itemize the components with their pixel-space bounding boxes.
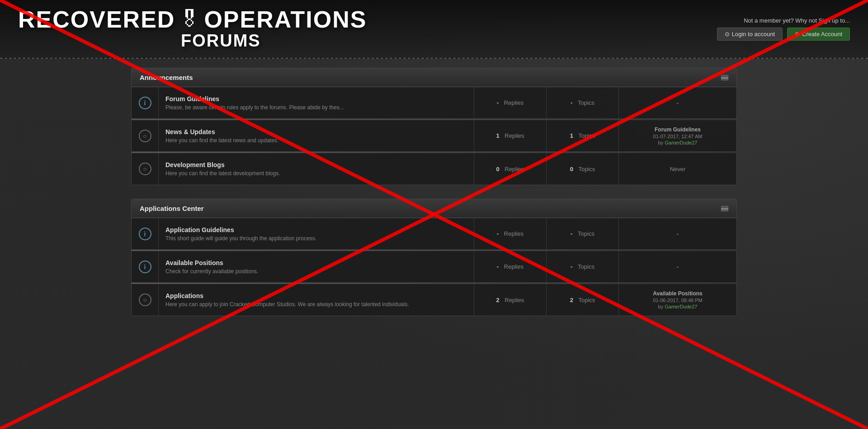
forum-name[interactable]: Forum Guidelines xyxy=(165,95,467,103)
forum-row: ○News & UpdatesHere you can find the lat… xyxy=(132,120,736,152)
login-button[interactable]: ⊙ Login to account xyxy=(717,28,783,41)
site-logo: Recovered 🎖 Operations Forums xyxy=(18,8,367,51)
last-post-title[interactable]: Available Positions xyxy=(653,290,703,297)
topics-stat: - Topics xyxy=(571,263,594,270)
last-post-dash: - xyxy=(676,230,679,238)
circle-icon: ○ xyxy=(139,130,151,142)
info-icon: i xyxy=(139,228,151,240)
topics-count: - xyxy=(571,263,572,270)
not-member-text: Not a member yet? Why not Sign up to... xyxy=(744,17,850,24)
logo-line1: Recovered xyxy=(18,8,175,31)
replies-label: Replies xyxy=(505,297,524,303)
forum-row: iApplication GuidelinesThis short guide … xyxy=(132,218,736,250)
logo-line2: Operations xyxy=(204,8,367,31)
topics-count: - xyxy=(571,99,572,106)
forum-icon-cell: ○ xyxy=(132,153,159,185)
auth-section: Not a member yet? Why not Sign up to... … xyxy=(717,17,850,41)
forum-row: ○Development BlogsHere you can find the … xyxy=(132,153,736,185)
info-icon: i xyxy=(139,97,151,109)
section-title-applications-center: Applications Center xyxy=(140,205,204,212)
section-header-announcements: Announcements— xyxy=(132,68,736,87)
replies-cell: - Replies xyxy=(474,251,547,282)
topics-cell: 0 Topics xyxy=(547,153,619,185)
forum-name[interactable]: Development Blogs xyxy=(165,161,467,168)
replies-count: - xyxy=(497,263,499,270)
replies-stat: 2 Replies xyxy=(496,297,524,303)
forum-description: Check for currently available positions. xyxy=(165,268,467,275)
forum-description: Here you can find the latest news and up… xyxy=(165,137,467,144)
logo-line3: Forums xyxy=(181,31,261,50)
replies-label: Replies xyxy=(504,230,524,237)
last-post-cell: Forum Guidelines01-07-2017, 12:47 AMby G… xyxy=(619,120,736,151)
collapse-button-applications-center[interactable]: — xyxy=(721,206,728,211)
forum-description: Here you can find the latest development… xyxy=(165,170,467,177)
site-header: Recovered 🎖 Operations Forums Not a memb… xyxy=(0,0,868,59)
forum-info-cell: Forum GuidelinesPlease, be aware certain… xyxy=(159,87,474,118)
replies-count: - xyxy=(497,99,499,106)
circle-icon: ○ xyxy=(139,163,151,175)
topics-label: Topics xyxy=(578,99,594,106)
create-account-button[interactable]: ⊕ Create Account xyxy=(787,28,850,41)
info-icon: i xyxy=(139,261,151,273)
last-post-cell: - xyxy=(619,218,736,249)
forum-icon-cell: i xyxy=(132,251,159,282)
last-post-dash: - xyxy=(676,99,679,107)
forum-description: Here you can apply to join Cracked Compu… xyxy=(165,301,467,308)
topics-count: 0 xyxy=(570,166,573,173)
forum-name[interactable]: Applications xyxy=(165,292,467,299)
forum-row: iForum GuidelinesPlease, be aware certai… xyxy=(132,87,736,119)
forum-description: Please, be aware certain rules apply to … xyxy=(165,104,467,111)
topics-label: Topics xyxy=(578,263,594,270)
forum-info-cell: Application GuidelinesThis short guide w… xyxy=(159,218,474,249)
forum-icon-cell: ○ xyxy=(132,120,159,151)
topics-stat: 1 Topics xyxy=(570,132,595,139)
last-post-info: Available Positions01-06-2017, 08:48 PMb… xyxy=(653,290,703,309)
replies-stat: - Replies xyxy=(497,263,524,270)
forum-info-cell: Development BlogsHere you can find the l… xyxy=(159,153,474,185)
topics-stat: - Topics xyxy=(571,230,594,237)
main-content: Announcements—iForum GuidelinesPlease, b… xyxy=(122,68,746,316)
topics-stat: 0 Topics xyxy=(570,166,595,173)
auth-buttons: ⊙ Login to account ⊕ Create Account xyxy=(717,28,850,41)
topics-label: Topics xyxy=(579,132,595,139)
replies-count: 0 xyxy=(496,166,499,173)
topics-count: - xyxy=(571,230,572,237)
forum-description: This short guide will guide you through … xyxy=(165,235,467,242)
replies-label: Replies xyxy=(505,132,524,139)
topics-cell: 1 Topics xyxy=(547,120,619,151)
replies-count: - xyxy=(497,230,499,237)
last-post-by: by GamerDude27 xyxy=(658,140,698,145)
section-applications-center: Applications Center—iApplication Guideli… xyxy=(131,199,737,316)
last-post-info: Forum Guidelines01-07-2017, 12:47 AMby G… xyxy=(653,126,703,145)
replies-label: Replies xyxy=(504,263,524,270)
last-post-cell: Never xyxy=(619,153,736,185)
replies-cell: 2 Replies xyxy=(474,284,547,316)
topics-stat: 2 Topics xyxy=(570,297,595,303)
topics-stat: - Topics xyxy=(571,99,594,106)
last-post-username[interactable]: GamerDude27 xyxy=(665,140,697,145)
forum-row: ○ApplicationsHere you can apply to join … xyxy=(132,284,736,316)
topics-label: Topics xyxy=(579,297,595,303)
last-post-cell: - xyxy=(619,87,736,118)
replies-cell: - Replies xyxy=(474,218,547,249)
forum-name[interactable]: News & Updates xyxy=(165,128,467,135)
forum-name[interactable]: Application Guidelines xyxy=(165,226,467,233)
replies-label: Replies xyxy=(504,99,524,106)
collapse-button-announcements[interactable]: — xyxy=(721,75,728,80)
forum-name[interactable]: Available Positions xyxy=(165,259,467,266)
replies-count: 1 xyxy=(496,132,499,139)
forum-info-cell: ApplicationsHere you can apply to join C… xyxy=(159,284,474,316)
topics-cell: 2 Topics xyxy=(547,284,619,316)
replies-label: Replies xyxy=(505,166,524,173)
forum-info-cell: News & UpdatesHere you can find the late… xyxy=(159,120,474,151)
forum-row: iAvailable PositionsCheck for currently … xyxy=(132,251,736,283)
replies-stat: - Replies xyxy=(497,230,524,237)
login-icon: ⊙ xyxy=(725,31,730,37)
replies-stat: 0 Replies xyxy=(496,166,524,173)
last-post-title[interactable]: Forum Guidelines xyxy=(655,126,701,133)
soldier-icon: 🎖 xyxy=(179,9,200,30)
topics-cell: - Topics xyxy=(547,251,619,282)
last-post-username[interactable]: GamerDude27 xyxy=(665,304,697,309)
circle-icon: ○ xyxy=(139,294,151,306)
create-icon: ⊕ xyxy=(795,31,800,37)
